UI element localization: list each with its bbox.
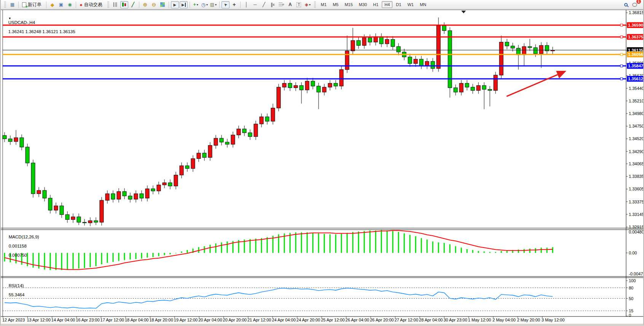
svg-text:27 Apr 12:00: 27 Apr 12:00 <box>394 318 418 322</box>
svg-text:1.36056: 1.36056 <box>628 52 643 57</box>
svg-text:21 Apr 12:00: 21 Apr 12:00 <box>247 318 271 322</box>
bar-chart-icon[interactable] <box>112 1 120 8</box>
svg-text:1.33835: 1.33835 <box>629 174 644 179</box>
templates-icon[interactable]: ▨▾ <box>209 1 217 8</box>
indicators-icon[interactable]: +▾ <box>192 1 200 8</box>
svg-text:1.35440: 1.35440 <box>629 86 644 91</box>
svg-text:1.34065: 1.34065 <box>629 161 644 166</box>
rsi-panel: 1008050150 <box>3 278 636 318</box>
svg-text:1.36375: 1.36375 <box>628 35 643 39</box>
cursor-icon[interactable]: ➤ <box>222 1 230 8</box>
macd-indicator-label: MACD(12,26,9) 0.001158 0.000750 <box>4 230 39 262</box>
auto-scroll-icon[interactable]: ▶ <box>171 1 179 8</box>
new-chart-icon[interactable]: ▦ <box>8 1 16 8</box>
svg-text:1.33375: 1.33375 <box>629 200 644 204</box>
svg-text:50: 50 <box>629 296 633 301</box>
svg-text:24 Apr 20:00: 24 Apr 20:00 <box>296 318 320 322</box>
timeframe-button-mn[interactable]: MN <box>417 1 429 8</box>
svg-text:18 Apr 04:00: 18 Apr 04:00 <box>125 318 148 322</box>
candlestick-series <box>3 18 555 226</box>
periods-icon[interactable]: ◷▾ <box>201 1 209 8</box>
price-label-chip: 1.36590 <box>627 22 644 28</box>
svg-text:12 Apr 2023: 12 Apr 2023 <box>2 318 25 322</box>
trendline-icon[interactable]: ╱ <box>260 1 268 8</box>
fibonacci-icon[interactable]: F <box>277 1 285 8</box>
chart-shift-marker[interactable] <box>461 11 466 13</box>
horizontal-line-objects[interactable]: 1.365901.363751.361351.360561.358471.356… <box>3 22 644 82</box>
timeframe-button-h1[interactable]: H1 <box>370 1 381 8</box>
line-handle[interactable] <box>620 78 623 80</box>
data-window-icon[interactable]: ▣ <box>57 1 65 8</box>
trading-platform-window: ▦新订单◆▣◉●自动交易╱⊕⊖▶▶+▾◷▾▨▾➤+│─╱∥EFAT◈▾M1M5M… <box>0 0 644 326</box>
svg-text:1.34290: 1.34290 <box>629 149 644 154</box>
svg-text:17 Apr 12:00: 17 Apr 12:00 <box>100 318 124 322</box>
timeframe-button-m1[interactable]: M1 <box>318 1 329 8</box>
line-handle[interactable] <box>620 53 623 56</box>
window-menu-icon[interactable]: ▼ <box>8 17 11 20</box>
main-toolbar: ▦新订单◆▣◉●自动交易╱⊕⊖▶▶+▾◷▾▨▾➤+│─╱∥EFAT◈▾M1M5M… <box>1 0 643 10</box>
svg-text:1.34750: 1.34750 <box>629 124 644 128</box>
tile-windows-icon[interactable] <box>159 1 167 8</box>
svg-text:13 Apr 12:00: 13 Apr 12:00 <box>27 318 50 322</box>
price-label-chip: 1.35847 <box>627 63 644 69</box>
toolbar-separator <box>76 2 76 8</box>
line-chart-icon[interactable]: ╱ <box>129 1 137 8</box>
candlestick-chart-icon[interactable] <box>120 1 128 8</box>
search-icon[interactable] <box>622 1 630 8</box>
svg-text:1 May 12:00: 1 May 12:00 <box>468 318 491 322</box>
crosshair-icon[interactable]: + <box>230 1 238 8</box>
market-watch-icon[interactable]: ◆ <box>48 1 56 8</box>
vertical-line-icon[interactable]: │ <box>242 1 250 8</box>
svg-text:1.35847: 1.35847 <box>628 64 643 68</box>
svg-text:1.36815: 1.36815 <box>629 10 644 15</box>
new-order-button[interactable]: 新订单 <box>20 1 45 8</box>
line-handle[interactable] <box>620 24 623 26</box>
macd-main-value: 0.001158 <box>9 244 27 248</box>
autotrading-button[interactable]: ●自动交易 <box>78 1 105 8</box>
macd-panel: 0.0048020.00-0.004758 <box>4 230 644 276</box>
signals-icon[interactable]: ◉ <box>66 1 74 8</box>
price-axis: 1.368151.365851.363551.361251.358951.356… <box>626 10 644 229</box>
svg-text:1.34520: 1.34520 <box>629 136 644 141</box>
equidistant-channel-icon[interactable]: ∥E <box>269 1 277 8</box>
zoom-in-icon[interactable]: ⊕ <box>141 1 149 8</box>
zoom-out-icon[interactable]: ⊖ <box>150 1 158 8</box>
svg-text:100: 100 <box>629 278 636 283</box>
horizontal-line-icon[interactable]: ─ <box>251 1 259 8</box>
notifications-icon[interactable]: 1 <box>631 1 639 8</box>
timeframe-button-w1[interactable]: W1 <box>405 1 416 8</box>
svg-text:80: 80 <box>629 286 633 290</box>
text-label-icon[interactable]: T <box>295 1 303 8</box>
timeframe-button-m15[interactable]: M15 <box>342 1 355 8</box>
svg-text:26 Apr 04:00: 26 Apr 04:00 <box>346 318 369 322</box>
svg-text:16 Apr 23:00: 16 Apr 23:00 <box>76 318 99 322</box>
timeframe-button-m30[interactable]: M30 <box>356 1 370 8</box>
toolbar-grip <box>107 2 109 8</box>
timeframe-button-d1[interactable]: D1 <box>393 1 404 8</box>
rsi-indicator-label: RSI(14) 55.3464 <box>4 279 24 302</box>
svg-text:1.33145: 1.33145 <box>629 212 644 217</box>
autotrading-icon: ● <box>80 2 83 8</box>
svg-text:25 Apr 12:00: 25 Apr 12:00 <box>321 318 344 322</box>
svg-text:2 May 04:00: 2 May 04:00 <box>493 318 516 322</box>
chart-symbol-period: USDCAD-,H4 <box>8 20 35 25</box>
trend-arrow[interactable] <box>507 71 566 96</box>
price-label-chip: 1.36375 <box>627 34 644 40</box>
price-label-chip: 1.36056 <box>627 51 644 57</box>
svg-text:19 Apr 12:00: 19 Apr 12:00 <box>174 318 198 322</box>
toolbar-separator <box>190 2 190 8</box>
svg-text:14 Apr 04:00: 14 Apr 04:00 <box>51 318 75 322</box>
chart-shift-icon[interactable]: ▶ <box>180 1 188 8</box>
timeframe-button-h4[interactable]: H4 <box>382 1 392 8</box>
svg-text:28 Apr 04:00: 28 Apr 04:00 <box>419 318 443 322</box>
svg-text:0.004802: 0.004802 <box>629 230 644 234</box>
svg-text:1.35210: 1.35210 <box>629 99 644 103</box>
timeframe-button-m5[interactable]: M5 <box>330 1 341 8</box>
text-icon[interactable]: A <box>286 1 294 8</box>
line-handle[interactable] <box>620 65 623 67</box>
toolbar-separator <box>46 2 46 8</box>
line-handle[interactable] <box>620 36 623 38</box>
arrows-icon[interactable]: ◈▾ <box>304 1 312 8</box>
svg-text:1.32915: 1.32915 <box>629 225 644 229</box>
chevron-down-icon: ▾ <box>309 3 311 6</box>
